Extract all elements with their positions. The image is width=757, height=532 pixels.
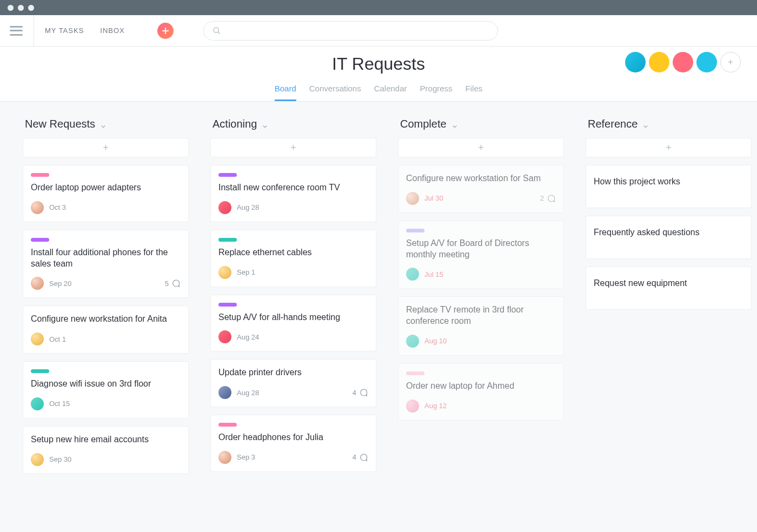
tag-pill [218, 238, 237, 242]
assignee-avatar[interactable] [406, 268, 419, 281]
task-card[interactable]: Diagnose wifi issue on 3rd floor Oct 15 [23, 361, 189, 418]
tag-pill [218, 423, 237, 427]
task-card[interactable]: How this project works [586, 165, 752, 208]
card-title: Setup A/V for all-hands meeting [218, 312, 368, 323]
assignee-avatar[interactable] [31, 453, 44, 466]
due-date: Oct 3 [49, 203, 66, 211]
window-titlebar [0, 0, 757, 15]
assignee-avatar[interactable] [406, 400, 419, 413]
card-title: Configure new workstation for Anita [31, 314, 181, 325]
assignee-avatar[interactable] [406, 335, 419, 348]
search-input[interactable] [203, 21, 498, 41]
page-header: IT Requests + Board Conversations Calend… [0, 46, 757, 102]
chevron-down-icon [262, 122, 268, 127]
task-card[interactable]: Update printer drivers Aug 28 4 [210, 359, 376, 407]
comment-icon [358, 453, 368, 462]
card-title: Setup A/V for Board of Directors monthly… [406, 238, 556, 261]
column-header[interactable]: Reference [586, 118, 752, 130]
assignee-avatar[interactable] [31, 201, 44, 214]
assignee-avatar[interactable] [218, 201, 231, 214]
window-minimize-icon[interactable] [18, 5, 24, 11]
column-title: New Requests [25, 118, 95, 130]
card-title: Setup new hire email accounts [31, 434, 181, 445]
card-title: Configure new workstation for Sam [406, 173, 556, 184]
add-card-button[interactable]: + [23, 138, 189, 157]
assignee-avatar[interactable] [218, 451, 231, 464]
column-header[interactable]: New Requests [23, 118, 189, 130]
tab-progress[interactable]: Progress [420, 84, 453, 101]
due-date: Jul 15 [424, 270, 443, 278]
assignee-avatar[interactable] [31, 332, 44, 345]
task-card[interactable]: Setup new hire email accounts Sep 30 [23, 426, 189, 474]
comments-count[interactable]: 4 [353, 388, 368, 397]
add-card-button[interactable]: + [398, 138, 564, 157]
member-avatar[interactable] [625, 52, 646, 72]
comment-icon [171, 278, 181, 288]
tag-pill [406, 229, 424, 232]
task-card[interactable]: Setup A/V for all-hands meeting Aug 24 [210, 295, 376, 352]
due-date: Oct 15 [49, 400, 70, 408]
assignee-avatar[interactable] [218, 386, 231, 399]
view-tabs: Board Conversations Calendar Progress Fi… [0, 84, 757, 101]
card-title: Install four additional phones for the s… [31, 247, 181, 270]
column-title: Actioning [213, 118, 257, 130]
assignee-avatar[interactable] [31, 277, 44, 290]
comments-count[interactable]: 5 [165, 278, 181, 288]
column-header[interactable]: Complete [398, 118, 564, 130]
due-date: Sep 20 [49, 280, 71, 288]
task-card[interactable]: Replace TV remote in 3rd floor conferenc… [398, 296, 564, 356]
tab-calendar[interactable]: Calendar [374, 84, 407, 101]
task-card[interactable]: Order headphones for Julia Sep 3 4 [210, 415, 376, 472]
task-card[interactable]: Install new conference room TV Aug 28 [210, 165, 376, 222]
nav-my-tasks[interactable]: MY TASKS [45, 26, 84, 35]
menu-icon[interactable] [10, 26, 23, 36]
card-title: Request new equipment [594, 278, 687, 289]
window-close-icon[interactable] [8, 5, 14, 11]
tag-pill [218, 173, 237, 177]
task-card[interactable]: Order laptop power adapters Oct 3 [23, 165, 189, 222]
comments-count[interactable]: 2 [540, 194, 556, 203]
due-date: Oct 1 [49, 335, 66, 343]
comments-count[interactable]: 4 [353, 453, 368, 462]
column-title: Complete [400, 118, 447, 130]
assignee-avatar[interactable] [218, 330, 231, 343]
nav-inbox[interactable]: INBOX [100, 26, 124, 35]
due-date: Jul 30 [424, 194, 443, 202]
window-maximize-icon[interactable] [28, 5, 34, 11]
assignee-avatar[interactable] [218, 266, 231, 279]
member-avatar[interactable] [649, 52, 669, 72]
chevron-down-icon [452, 122, 457, 127]
member-avatar[interactable] [673, 52, 693, 72]
column-header[interactable]: Actioning [210, 118, 376, 130]
task-card[interactable]: Setup A/V for Board of Directors monthly… [398, 221, 564, 289]
due-date: Sep 1 [237, 268, 255, 276]
task-card[interactable]: Request new equipment [586, 267, 752, 310]
kanban-board: New Requests + Order laptop power adapte… [0, 102, 757, 482]
task-card[interactable]: Configure new workstation for Anita Oct … [23, 305, 189, 354]
add-button[interactable] [157, 23, 174, 39]
add-member-button[interactable]: + [720, 52, 741, 72]
comment-icon [358, 388, 368, 397]
assignee-avatar[interactable] [31, 397, 44, 410]
add-card-button[interactable]: + [210, 138, 376, 157]
tab-files[interactable]: Files [466, 84, 483, 101]
tab-conversations[interactable]: Conversations [309, 84, 361, 101]
comment-icon [546, 194, 556, 203]
column-complete: Complete + Configure new workstation for… [398, 118, 564, 428]
task-card[interactable]: Replace ethernet cables Sep 1 [210, 230, 376, 287]
task-card[interactable]: Install four additional phones for the s… [23, 230, 189, 298]
add-card-button[interactable]: + [586, 138, 752, 157]
column-new-requests: New Requests + Order laptop power adapte… [23, 118, 189, 482]
task-card[interactable]: Frequently asked questions [586, 216, 752, 259]
due-date: Aug 12 [424, 402, 447, 410]
task-card[interactable]: Configure new workstation for Sam Jul 30… [398, 165, 564, 213]
task-card[interactable]: Order new laptop for Ahmed Aug 12 [398, 363, 564, 421]
card-title: Install new conference room TV [218, 182, 368, 194]
card-title: Diagnose wifi issue on 3rd floor [31, 378, 181, 390]
card-title: Frequently asked questions [594, 227, 700, 238]
chevron-down-icon [643, 122, 648, 127]
tab-board[interactable]: Board [275, 84, 296, 101]
tag-pill [218, 303, 237, 307]
member-avatar[interactable] [696, 52, 717, 72]
assignee-avatar[interactable] [406, 192, 419, 205]
